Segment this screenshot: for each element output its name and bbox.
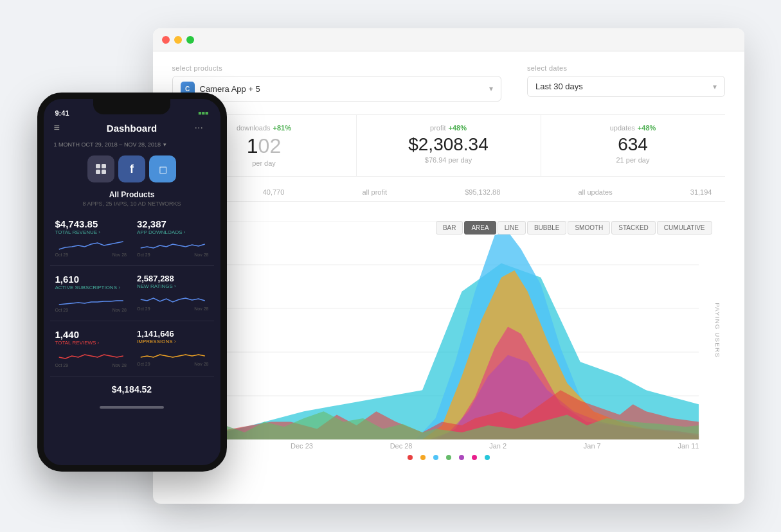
phone-app-icons: f ◻ (44, 150, 220, 188)
chart-btn-area[interactable]: AREA (464, 221, 496, 235)
chart-btn-bubble[interactable]: BUBBLE (527, 221, 566, 235)
svg-rect-19 (96, 164, 100, 168)
products-dropdown[interactable]: C Camera App + 5 ▾ (172, 76, 502, 102)
phone-divider-1 (50, 265, 214, 266)
svg-rect-22 (102, 170, 106, 174)
phone-revenue-label: TOTAL REVENUE › (55, 229, 127, 235)
window-titlebar (153, 28, 744, 51)
phone-stat-impressions[interactable]: 1,141,646 IMPRESSIONS › Oct 29Nov 28 (132, 323, 214, 375)
x-axis-labels: Dec 18 Dec 23 Dec 28 Jan 2 Jan 7 Jan 11 (172, 439, 725, 450)
phone-impressions-label: IMPRESSIONS › (137, 339, 209, 344)
updates-per-day: 21 per day (554, 156, 712, 164)
phone-total: $4,184.52 (44, 378, 220, 401)
chart-btn-bar[interactable]: BAR (436, 221, 463, 235)
phone-subs-chart (55, 293, 127, 307)
phone-revenue-value: $4,743.85 (55, 218, 127, 229)
products-label: select products (172, 64, 502, 72)
dates-selector-group: select dates Last 30 days ▾ (527, 64, 725, 102)
legend-pink-dot (472, 455, 477, 460)
chart-btn-line[interactable]: LINE (498, 221, 526, 235)
phone-stat-reviews[interactable]: 1,440 TOTAL REVIEWS › Oct 29Nov 28 (50, 323, 132, 375)
downloads-label: downloads (237, 124, 271, 132)
phone-impressions-chart (137, 347, 209, 361)
phone-divider-3 (50, 376, 214, 377)
chart-btn-stacked[interactable]: STACKED (611, 221, 656, 235)
phone-reviews-value: 1,440 (55, 329, 127, 340)
profit-all-label: all profit (363, 188, 388, 196)
chart-btn-smooth[interactable]: SMOOTH (568, 221, 610, 235)
svg-text:PAYING USERS: PAYING USERS (714, 303, 721, 358)
phone-subs-dates: Oct 29Nov 28 (55, 307, 127, 313)
window-content: select products C Camera App + 5 ▾ selec… (153, 51, 744, 465)
x-label-4: Jan 2 (489, 442, 507, 450)
profit-header: profit +48% (370, 124, 528, 132)
phone-reviews-label: TOTAL REVIEWS › (55, 340, 127, 346)
downloads-all-value: 40,770 (263, 188, 285, 196)
phone-stats-grid-2: 1,610 ACTIVE SUBSCRIPTIONS › Oct 29Nov 2… (44, 267, 220, 319)
phone-facebook-icon[interactable]: f (118, 155, 145, 182)
phone-impressions-value: 1,141,646 (137, 329, 209, 339)
dropdown-arrow-dates-icon: ▾ (713, 82, 717, 91)
products-value: Camera App + 5 (200, 84, 485, 94)
chart-type-buttons: BAR AREA LINE BUBBLE SMOOTH STACKED CUMU… (436, 221, 712, 235)
maximize-button-icon[interactable] (186, 36, 194, 44)
svg-rect-21 (96, 170, 100, 174)
phone-downloads-chart (137, 238, 209, 252)
phone-product-sub: 8 APPS, 25 IAPS, 10 AD NETWORKS (44, 199, 220, 212)
phone-app-grid-icon[interactable] (87, 155, 114, 182)
updates-change: +48% (638, 124, 656, 132)
profit-stat: profit +48% $2,308.34 $76.94 per day (357, 115, 541, 176)
phone-stat-revenue[interactable]: $4,743.85 TOTAL REVENUE › Oct 29Nov 28 (50, 212, 132, 264)
phone-header: ≡ Dashboard ··· (44, 117, 220, 139)
phone-time: 9:41 (55, 109, 69, 117)
chart-btn-cumulative[interactable]: CUMULATIVE (657, 221, 712, 235)
phone-period: 1 MONTH OCT 29, 2018 – NOV 28, 2018 ▾ (44, 139, 220, 150)
chart-svg-container: 2k 1.5k 1k 500 0 (172, 221, 725, 439)
phone-stats-grid: $4,743.85 TOTAL REVENUE › Oct 29Nov 28 3… (44, 212, 220, 264)
dropdown-arrow-icon: ▾ (489, 84, 493, 93)
traffic-lights (162, 36, 194, 44)
desktop-window: select products C Camera App + 5 ▾ selec… (153, 28, 744, 504)
phone-reviews-chart (55, 348, 127, 362)
phone-downloads-dates: Oct 29Nov 28 (137, 252, 209, 258)
phone-app-blue-icon[interactable]: ◻ (149, 155, 176, 182)
updates-label: updates (610, 124, 635, 132)
phone-options-icon[interactable]: ··· (195, 122, 210, 134)
x-label-5: Jan 7 (584, 442, 601, 450)
phone-stats-grid-3: 1,440 TOTAL REVIEWS › Oct 29Nov 28 1,141… (44, 323, 220, 375)
phone-stat-ratings[interactable]: 2,587,288 NEW RATINGS › Oct 29Nov 28 (132, 267, 214, 319)
x-label-6: Jan 11 (678, 442, 699, 450)
phone-home-indicator (100, 406, 164, 409)
dates-dropdown[interactable]: Last 30 days ▾ (527, 76, 725, 97)
phone-downloads-value: 32,387 (137, 218, 209, 229)
updates-value: 634 (554, 134, 712, 155)
legend-teal-dot (485, 455, 490, 460)
phone-revenue-dates: Oct 29Nov 28 (55, 252, 127, 258)
updates-stat: updates +48% 634 21 per day (541, 115, 725, 176)
phone-reviews-dates: Oct 29Nov 28 (55, 362, 127, 368)
minimize-button-icon[interactable] (174, 36, 182, 44)
phone-ratings-label: NEW RATINGS › (137, 283, 209, 289)
phone: 9:41 ■■■ ≡ Dashboard ··· 1 MONTH OCT 29,… (37, 93, 227, 472)
legend-green-dot (446, 455, 451, 460)
chart-legend (172, 455, 725, 460)
close-button-icon[interactable] (162, 36, 170, 44)
downloads-change: +81% (273, 124, 291, 132)
dates-value: Last 30 days (535, 82, 708, 91)
phone-battery: ■■■ (198, 110, 208, 116)
phone-stat-downloads[interactable]: 32,387 APP DOWNLOADS › Oct 29Nov 28 (132, 212, 214, 264)
legend-red-dot (408, 455, 413, 460)
phone-menu-icon[interactable]: ≡ (54, 122, 69, 134)
profit-change: +48% (449, 124, 467, 132)
area-chart-svg: 2k 1.5k 1k 500 0 (172, 221, 725, 439)
profit-value: $2,308.34 (370, 134, 528, 155)
phone-stat-subscriptions[interactable]: 1,610 ACTIVE SUBSCRIPTIONS › Oct 29Nov 2… (50, 267, 132, 319)
updates-all-value: 31,194 (690, 188, 712, 196)
stats-row: downloads +81% 102 per day profit +48% $… (172, 114, 725, 177)
products-selector-group: select products C Camera App + 5 ▾ (172, 64, 502, 102)
stat-footers: 40,770 all profit $95,132.88 all updates… (172, 183, 725, 202)
svg-rect-20 (102, 164, 106, 168)
x-label-3: Dec 28 (390, 442, 413, 450)
phone-ratings-chart (137, 292, 209, 306)
legend-orange-dot (420, 455, 426, 460)
